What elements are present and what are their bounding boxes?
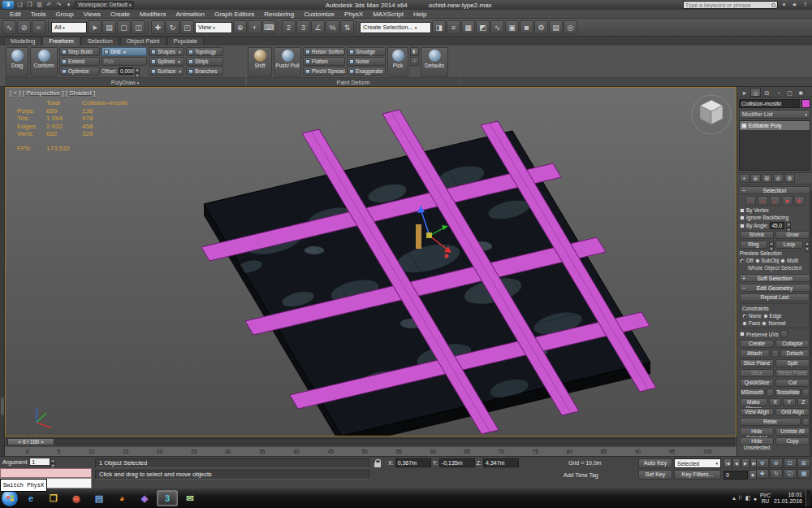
menu-customize[interactable]: Customize <box>299 10 339 19</box>
select-and-manipulate-icon[interactable]: + <box>248 20 261 34</box>
smudge-button[interactable]: Smudge <box>347 47 386 56</box>
selection-filter-dropdown[interactable]: All <box>51 22 87 33</box>
revert-button[interactable]: ▫ <box>410 57 419 66</box>
key-filters-button[interactable]: Key Filters... <box>674 470 721 480</box>
maximize-viewport-icon[interactable]: ◱ <box>784 469 797 479</box>
menu-maxscript[interactable]: MAXScript <box>368 10 408 19</box>
constraint-face-radio[interactable]: Face <box>742 320 760 326</box>
search-input[interactable] <box>685 2 770 8</box>
defaults-button[interactable]: Defaults <box>421 47 448 76</box>
viewport-tab-handle[interactable] <box>1 397 4 415</box>
menu-animation[interactable]: Animation <box>171 10 209 19</box>
menu-group[interactable]: Group <box>50 10 78 19</box>
branches-button[interactable]: Branches <box>186 67 223 76</box>
keyboard-override-icon[interactable]: ⌨ <box>262 20 276 34</box>
3dsmax-icon[interactable]: 3 <box>157 490 178 506</box>
tab-object-paint[interactable]: Object Paint <box>120 37 166 46</box>
hierarchy-tab-icon[interactable]: ⊟ <box>762 88 772 97</box>
help-icon[interactable]: ? <box>801 1 810 9</box>
percent-snap-icon[interactable]: % <box>326 20 339 34</box>
previous-frame-button[interactable]: ◀ <box>732 458 741 468</box>
gizmo-plane-handle[interactable] <box>416 224 421 249</box>
pinch-spread-button[interactable]: Pinch/ Spread <box>303 67 345 76</box>
snap-toggle-2d-icon[interactable]: 2 <box>282 20 296 34</box>
rendered-frame-icon[interactable]: ▤ <box>549 20 563 34</box>
unhide-all-button[interactable]: Unhide All <box>775 428 810 436</box>
time-slider-handle[interactable]: 0 / 100 <box>7 438 54 445</box>
make-planar-x-button[interactable]: X <box>769 398 781 406</box>
display-tab-icon[interactable]: ▢ <box>784 88 795 97</box>
preview-off-radio[interactable]: Off <box>740 258 754 263</box>
constraint-none-radio[interactable]: None <box>742 313 762 319</box>
select-object-icon[interactable]: ➤ <box>88 20 102 34</box>
flatten-button[interactable]: Flatten <box>303 57 345 66</box>
gizmo-center[interactable] <box>426 232 432 238</box>
align-icon[interactable]: ≡ <box>447 20 460 34</box>
set-key-button[interactable]: Set Key <box>638 470 672 480</box>
create-tab-icon[interactable]: ➤ <box>739 88 749 97</box>
window-crossing-icon[interactable]: ◫ <box>132 20 145 34</box>
strips-button[interactable]: Strips <box>186 57 223 66</box>
drag-button[interactable]: Drag <box>6 47 28 76</box>
ribbon-toggle-icon[interactable]: ◩ <box>476 20 490 34</box>
loop-spinner[interactable] <box>805 241 810 249</box>
make-unique-icon[interactable]: ⊞ <box>762 174 772 183</box>
perspective-viewport[interactable]: [ + ] [ Perspective ] [ Shaded ] TotalCo… <box>5 87 736 436</box>
edge-subobject-icon[interactable]: ◇ <box>758 196 768 206</box>
shift-button[interactable]: Shift <box>248 47 272 76</box>
undo-icon[interactable]: ↶ <box>45 1 54 9</box>
new-scene-icon[interactable]: ❏ <box>15 1 24 9</box>
menu-modifiers[interactable]: Modifiers <box>135 10 171 19</box>
quick-access-dropdown-icon[interactable]: ▾ <box>64 1 73 9</box>
search-icon[interactable] <box>771 3 775 7</box>
play-button[interactable]: ▶ <box>741 458 749 468</box>
tessellate-settings-button[interactable] <box>802 389 810 397</box>
constraint-edge-radio[interactable]: Edge <box>763 313 782 319</box>
surface-button[interactable]: Surface <box>149 67 184 76</box>
copy-button[interactable]: Copy <box>775 437 810 445</box>
loop-button[interactable]: Loop <box>775 241 803 249</box>
make-planar-y-button[interactable]: Y <box>783 398 795 406</box>
select-and-link-icon[interactable]: ∿ <box>2 20 16 34</box>
communication-center-icon[interactable]: ★ <box>790 1 799 9</box>
relax-settings-button[interactable] <box>802 418 810 426</box>
select-and-move-icon[interactable]: ✚ <box>151 20 165 34</box>
by-angle-checkbox[interactable] <box>740 224 745 228</box>
quickslice-button[interactable]: QuickSlice <box>740 379 774 387</box>
split-button[interactable]: Split <box>775 359 810 367</box>
start-button[interactable] <box>2 490 18 506</box>
extend-button[interactable]: Extend <box>59 57 100 66</box>
tab-freeform[interactable]: Freeform <box>42 37 80 46</box>
tessellate-button[interactable]: Tessellate <box>775 389 801 397</box>
menu-rendering[interactable]: Rendering <box>259 10 299 19</box>
select-and-scale-icon[interactable]: ◰ <box>180 20 194 34</box>
border-subobject-icon[interactable]: ▱ <box>770 196 780 206</box>
current-frame-field[interactable]: 0 <box>723 471 748 480</box>
zoom-all-icon[interactable]: ⊛ <box>770 458 783 468</box>
preserve-uvs-checkbox[interactable]: Preserve UVs <box>740 330 810 338</box>
by-angle-spinner[interactable] <box>786 222 791 229</box>
viewport-label[interactable]: [ + ] [ Perspective ] [ Shaded ] <box>10 89 95 97</box>
splines-button[interactable]: Splines <box>149 57 184 66</box>
render-setup-icon[interactable]: ⚙ <box>534 20 548 34</box>
use-pivot-center-icon[interactable]: ⊕ <box>233 20 247 34</box>
by-angle-field[interactable]: 45,0 <box>770 222 784 229</box>
zoom-extents-icon[interactable]: ⊡ <box>784 458 797 468</box>
motion-tab-icon[interactable]: ◔ <box>773 88 784 97</box>
menu-edit[interactable]: Edit <box>5 10 26 19</box>
ring-spinner[interactable] <box>769 241 774 249</box>
remove-modifier-icon[interactable]: ⊘ <box>773 174 784 183</box>
firefox-icon[interactable]: ◕ <box>111 490 132 506</box>
ring-button[interactable]: Ring <box>740 241 767 249</box>
push-pull-button[interactable]: Push/ Pull <box>274 47 301 76</box>
slice-plane-button[interactable]: Slice Plane <box>740 359 774 367</box>
polydraw-section-label[interactable]: PolyDraw <box>5 77 245 86</box>
modifier-stack[interactable]: ▦ Editable Poly <box>739 120 810 171</box>
paint-deform-section-label[interactable]: Paint Deform <box>247 77 460 86</box>
curve-editor-icon[interactable]: ∿ <box>490 20 504 34</box>
slice-button[interactable]: Slice <box>740 369 774 377</box>
relax-button[interactable]: Relax <box>740 418 801 426</box>
time-slider-track[interactable]: 0 / 100 <box>6 438 735 445</box>
app-icon-blue[interactable]: ▤ <box>89 490 110 506</box>
chrome-icon[interactable]: ◉ <box>66 490 87 506</box>
